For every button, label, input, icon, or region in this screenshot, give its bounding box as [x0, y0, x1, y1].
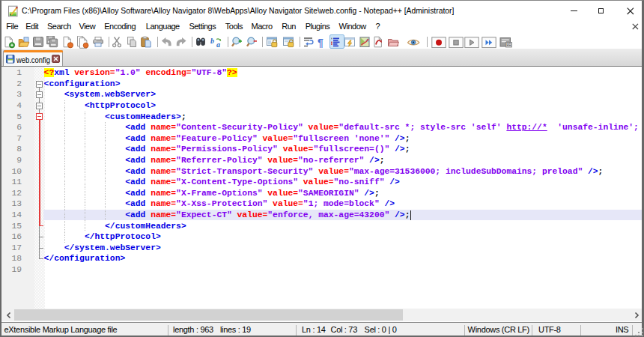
svg-text:¶: ¶: [318, 36, 323, 48]
svg-text:LC: LC: [507, 43, 512, 46]
svg-text:a: a: [216, 40, 220, 49]
svg-text:b: b: [210, 36, 214, 44]
